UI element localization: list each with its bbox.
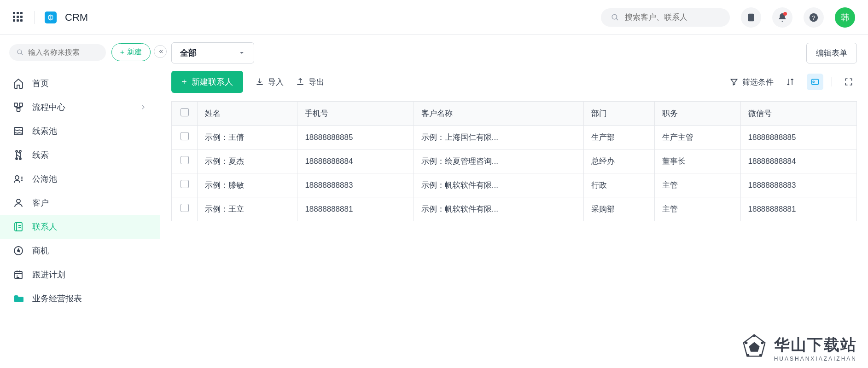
- new-contact-label: 新建联系人: [192, 76, 233, 87]
- header: CRM ? 韩: [0, 0, 868, 35]
- sidebar-search[interactable]: [9, 44, 106, 61]
- svg-point-22: [746, 354, 749, 357]
- column-header[interactable]: 手机号: [297, 102, 414, 126]
- table-row[interactable]: 示例：滕敏 18888888883 示例：帆软软件有限... 行政 主管 188…: [172, 173, 857, 197]
- export-label: 导出: [309, 77, 324, 87]
- chevron-down-icon: [238, 49, 245, 57]
- column-header[interactable]: 部门: [583, 102, 655, 126]
- download-icon: [255, 77, 264, 86]
- column-header[interactable]: 微信号: [740, 102, 857, 126]
- flow-icon: [13, 102, 24, 113]
- filter-label: 筛选条件: [742, 77, 774, 87]
- select-all-header[interactable]: [172, 102, 198, 126]
- sidebar-item-label: 流程中心: [32, 102, 65, 113]
- sidebar-item-contact[interactable]: 联系人: [0, 215, 160, 239]
- sidebar-search-input[interactable]: [28, 48, 98, 57]
- cell-name: 示例：夏杰: [198, 150, 297, 173]
- row-select[interactable]: [172, 150, 198, 173]
- import-label: 导入: [268, 77, 284, 87]
- divider: [832, 77, 832, 86]
- folder-icon: [13, 293, 24, 304]
- sidebar-item-label: 跟进计划: [32, 269, 65, 280]
- cell-name: 示例：王倩: [198, 126, 297, 150]
- checkbox[interactable]: [181, 180, 189, 188]
- sort-button[interactable]: [782, 74, 798, 90]
- checkbox[interactable]: [181, 156, 189, 164]
- sidebar-item-home[interactable]: 首页: [0, 71, 160, 95]
- app-title: CRM: [65, 12, 88, 23]
- svg-rect-0: [748, 13, 754, 21]
- cell-phone: 18888888884: [297, 150, 414, 173]
- checkbox[interactable]: [181, 204, 189, 212]
- contact-icon: [13, 221, 24, 232]
- docs-icon[interactable]: [741, 7, 761, 28]
- edit-form-button[interactable]: 编辑表单: [806, 43, 857, 63]
- sidebar-item-lead[interactable]: 线索: [0, 143, 160, 167]
- cell-customer: 示例：上海国仁有限...: [414, 126, 583, 150]
- row-select[interactable]: [172, 126, 198, 150]
- sidebar-item-pool[interactable]: 线索池: [0, 119, 160, 143]
- filter-button[interactable]: 筛选条件: [729, 77, 774, 87]
- header-left: CRM: [13, 11, 88, 24]
- checkbox[interactable]: [181, 108, 189, 116]
- sidebar-item-plan[interactable]: 跟进计划: [0, 263, 160, 287]
- sidebar-item-opportunity[interactable]: 商机: [0, 239, 160, 263]
- column-header[interactable]: 客户名称: [414, 102, 583, 126]
- app-logo-icon: [45, 12, 57, 23]
- cell-dept: 总经办: [583, 150, 655, 173]
- row-select[interactable]: [172, 173, 198, 197]
- home-icon: [13, 78, 24, 89]
- sidebar-collapse-button[interactable]: [154, 45, 167, 58]
- fullscreen-button[interactable]: [840, 74, 857, 90]
- cell-wechat: 18888888883: [740, 173, 857, 197]
- apps-grid-icon[interactable]: [13, 12, 24, 23]
- table-row[interactable]: 示例：王立 18888888881 示例：帆软软件有限... 采购部 主管 18…: [172, 197, 857, 221]
- row-select[interactable]: [172, 197, 198, 221]
- import-button[interactable]: 导入: [255, 77, 284, 87]
- avatar[interactable]: 韩: [835, 7, 855, 28]
- cell-dept: 采购部: [583, 197, 655, 221]
- filter-icon: [729, 77, 739, 86]
- lead-icon: [13, 150, 24, 161]
- sea-icon: [13, 173, 24, 184]
- cell-title: 董事长: [655, 150, 740, 173]
- column-header[interactable]: 职务: [655, 102, 740, 126]
- new-button-label: 新建: [127, 47, 142, 57]
- global-search[interactable]: [601, 8, 730, 27]
- content-top: 全部 编辑表单: [160, 35, 868, 71]
- table-row[interactable]: 示例：夏杰 18888888884 示例：绘夏管理咨询... 总经办 董事长 1…: [172, 150, 857, 173]
- nav-list: 首页 流程中心 线索池 线索 公海池 客户 联系人 商机 跟进计划 业务经营报表: [0, 69, 160, 368]
- svg-point-19: [745, 341, 747, 344]
- svg-rect-5: [17, 108, 20, 111]
- new-contact-button[interactable]: + 新建联系人: [171, 71, 243, 93]
- column-header[interactable]: 姓名: [198, 102, 297, 126]
- bell-icon[interactable]: [772, 7, 792, 28]
- sidebar-item-label: 业务经营报表: [32, 293, 82, 304]
- svg-point-8: [19, 150, 21, 152]
- sidebar-item-folder[interactable]: 业务经营报表: [0, 287, 160, 310]
- customer-icon: [13, 197, 24, 208]
- card-view-button[interactable]: [807, 74, 823, 90]
- export-button[interactable]: 导出: [296, 77, 324, 87]
- global-search-input[interactable]: [625, 13, 720, 22]
- sidebar-item-flow[interactable]: 流程中心: [0, 95, 160, 119]
- sidebar-item-customer[interactable]: 客户: [0, 191, 160, 215]
- new-button[interactable]: + 新建: [111, 43, 151, 61]
- checkbox[interactable]: [181, 132, 189, 140]
- table-row[interactable]: 示例：王倩 18888888885 示例：上海国仁有限... 生产部 生产主管 …: [172, 126, 857, 150]
- watermark: 华山下载站 HUASHANXIAZAIZHAN: [740, 333, 857, 363]
- header-right: ? 韩: [601, 7, 855, 28]
- svg-point-21: [753, 334, 756, 337]
- sidebar-top: + 新建: [0, 35, 160, 69]
- content: 全部 编辑表单 + 新建联系人 导入 导出: [160, 35, 868, 368]
- cell-customer: 示例：帆软软件有限...: [414, 173, 583, 197]
- search-icon: [611, 13, 619, 22]
- toolbar-right: 筛选条件: [729, 74, 857, 90]
- filter-dropdown[interactable]: 全部: [171, 42, 254, 63]
- cell-customer: 示例：绘夏管理咨询...: [414, 150, 583, 173]
- cell-dept: 行政: [583, 173, 655, 197]
- sidebar-item-sea[interactable]: 公海池: [0, 167, 160, 191]
- help-icon[interactable]: ?: [804, 7, 824, 28]
- pool-icon: [13, 126, 24, 137]
- svg-point-18: [813, 81, 814, 82]
